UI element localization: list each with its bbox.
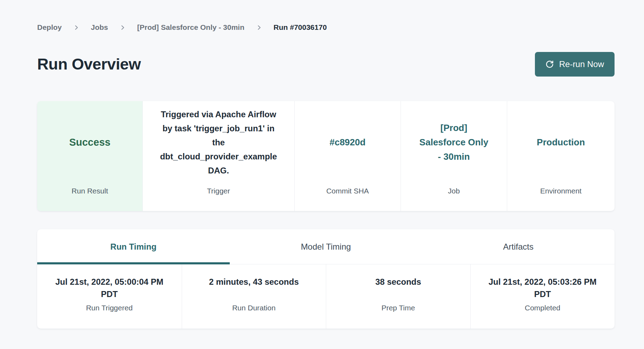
chevron-right-icon xyxy=(74,25,79,30)
job-link[interactable]: [Prod]Salesforce Only- 30min xyxy=(420,121,489,164)
rotate-cw-icon xyxy=(545,60,554,68)
run-triggered-value: Jul 21st, 2022, 05:00:04 PMPDT xyxy=(46,276,173,300)
prep-time-label: Prep Time xyxy=(335,304,462,312)
run-summary-cards: Success Run Result Triggered via Apache … xyxy=(37,101,615,211)
completed-value: Jul 21st, 2022, 05:03:26 PMPDT xyxy=(479,276,606,300)
breadcrumb-item-jobs[interactable]: Jobs xyxy=(91,22,108,32)
run-duration-label: Run Duration xyxy=(190,304,318,312)
run-result-card: Success Run Result xyxy=(37,101,142,211)
run-duration-value: 2 minutes, 43 seconds xyxy=(190,276,318,300)
breadcrumb-current-run: Run #70036170 xyxy=(274,22,327,32)
run-timing-cards: Jul 21st, 2022, 05:00:04 PMPDT Run Trigg… xyxy=(37,264,615,329)
run-result-label: Run Result xyxy=(46,186,134,211)
tab-bar: Run Timing Model Timing Artifacts xyxy=(37,229,615,264)
completed-label: Completed xyxy=(479,304,606,312)
prep-time-card: 38 seconds Prep Time xyxy=(326,264,470,329)
completed-card: Jul 21st, 2022, 05:03:26 PMPDT Completed xyxy=(470,264,615,329)
environment-card: Production Environment xyxy=(507,101,615,211)
trigger-card: Triggered via Apache Airflowby task 'tri… xyxy=(142,101,294,211)
tab-run-timing[interactable]: Run Timing xyxy=(37,229,230,264)
run-triggered-label: Run Triggered xyxy=(46,304,173,312)
run-overview-page: Deploy Jobs [Prod] Salesforce Only - 30m… xyxy=(0,0,644,349)
trigger-label: Trigger xyxy=(151,186,286,211)
breadcrumb-item-job-name[interactable]: [Prod] Salesforce Only - 30min xyxy=(137,22,244,32)
commit-sha-link[interactable]: #c8920d xyxy=(329,135,365,150)
page-header: Run Overview Re-run Now xyxy=(37,52,615,77)
job-label: Job xyxy=(409,186,498,211)
rerun-now-button[interactable]: Re-run Now xyxy=(535,52,615,77)
commit-sha-label: Commit SHA xyxy=(303,186,392,211)
run-details-panel: Run Timing Model Timing Artifacts Jul 21… xyxy=(37,229,615,329)
chevron-right-icon xyxy=(256,25,262,30)
environment-link[interactable]: Production xyxy=(537,135,585,150)
breadcrumb: Deploy Jobs [Prod] Salesforce Only - 30m… xyxy=(37,22,615,32)
run-result-value: Success xyxy=(69,137,110,148)
job-card: [Prod]Salesforce Only- 30min Job xyxy=(401,101,507,211)
trigger-value: Triggered via Apache Airflowby task 'tri… xyxy=(160,107,277,178)
environment-label: Environment xyxy=(516,186,606,211)
prep-time-value: 38 seconds xyxy=(335,276,462,300)
page-title: Run Overview xyxy=(37,55,141,73)
chevron-right-icon xyxy=(120,25,125,30)
breadcrumb-item-deploy[interactable]: Deploy xyxy=(37,22,62,32)
run-triggered-card: Jul 21st, 2022, 05:00:04 PMPDT Run Trigg… xyxy=(37,264,182,329)
rerun-now-button-label: Re-run Now xyxy=(559,59,604,69)
commit-sha-card: #c8920d Commit SHA xyxy=(294,101,401,211)
run-duration-card: 2 minutes, 43 seconds Run Duration xyxy=(182,264,326,329)
tab-artifacts[interactable]: Artifacts xyxy=(422,229,615,264)
tab-model-timing[interactable]: Model Timing xyxy=(230,229,422,264)
